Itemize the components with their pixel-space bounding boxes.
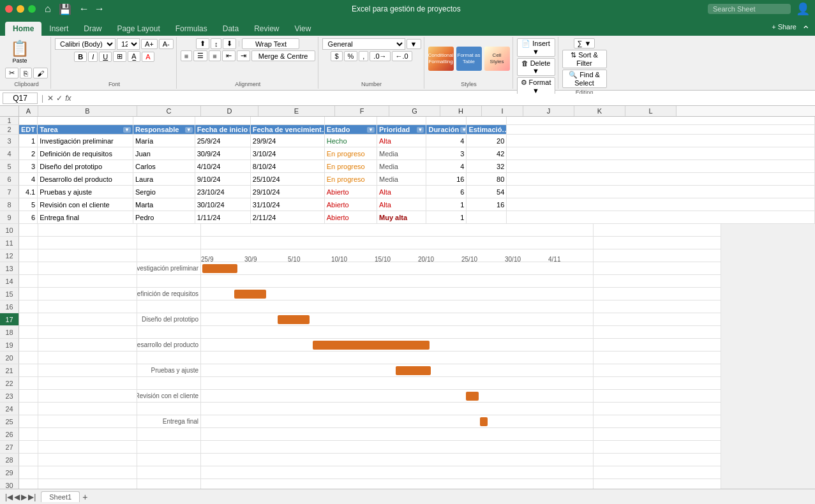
insert-btn[interactable]: 📄 Insert ▼ [517, 38, 555, 57]
col-header-j[interactable]: J [523, 106, 574, 116]
cell-duracion-5[interactable]: 4 [426, 160, 467, 173]
tab-formulas[interactable]: Formulas [168, 22, 215, 36]
cell-responsable-4[interactable]: Juan [133, 147, 195, 160]
cell-responsable-5[interactable]: Carlos [133, 160, 195, 173]
col-header-h[interactable]: H [440, 106, 482, 116]
tab-view[interactable]: View [287, 22, 319, 36]
col-header-k[interactable]: K [574, 106, 625, 116]
cell-inicio-8[interactable]: 30/10/24 [195, 198, 251, 211]
cell-header-prioridad[interactable]: Prioridad ▼ [377, 125, 426, 135]
cell-edt-7[interactable]: 4.1 [19, 186, 38, 198]
align-middle-btn[interactable]: ↕ [211, 38, 222, 49]
cell-duracion-9[interactable]: 1 [426, 211, 467, 224]
cell-c1[interactable] [133, 117, 195, 125]
font-name-selector[interactable]: Calibri (Body) [55, 38, 116, 50]
format-painter-button[interactable]: 🖌 [33, 68, 48, 78]
bold-button[interactable]: B [74, 52, 87, 62]
cell-edt-6[interactable]: 4 [19, 173, 38, 186]
cell-header-duracion[interactable]: Duración ▼ [426, 125, 467, 135]
cell-estimacion-8[interactable]: 16 [467, 198, 507, 211]
cell-duracion-8[interactable]: 1 [426, 198, 467, 211]
cell-tarea-6[interactable]: Desarrollo del producto [38, 173, 133, 186]
gantt-cell-4[interactable] [201, 364, 594, 377]
cell-estado-9[interactable]: Abierto [325, 211, 377, 224]
cell-header-responsable[interactable]: Responsable ▼ [133, 125, 195, 135]
cell-b1[interactable] [38, 117, 133, 125]
filter-duracion-btn[interactable]: ▼ [460, 127, 467, 133]
cell-rest12[interactable] [594, 249, 721, 262]
formula-input[interactable] [73, 94, 812, 103]
fill-color-button[interactable]: A̲ [128, 51, 140, 62]
nav-first-btn[interactable]: |◀ [5, 493, 13, 501]
cell-inicio-7[interactable]: 23/10/24 [195, 186, 251, 198]
col-header-b[interactable]: B [38, 106, 137, 116]
cell-header-venc[interactable]: Fecha de vencimient… ▼ [251, 125, 325, 135]
decrease-decimal-btn[interactable]: ←.0 [392, 51, 412, 61]
close-button[interactable] [5, 5, 13, 13]
cell-rest-9[interactable] [507, 211, 815, 224]
gantt-cell-5[interactable] [201, 390, 594, 403]
cell-estimacion-5[interactable]: 32 [467, 160, 507, 173]
cell-prioridad-4[interactable]: Media [377, 147, 426, 160]
cell-duracion-6[interactable]: 16 [426, 173, 467, 186]
cell-b12[interactable] [38, 249, 137, 262]
cell-tarea-7[interactable]: Pruebas y ajuste [38, 186, 133, 198]
percent-btn[interactable]: % [344, 51, 358, 61]
share-button[interactable]: + Share [772, 23, 802, 31]
cell-tarea-5[interactable]: Diseño del prototipo [38, 160, 133, 173]
cell-edt-3[interactable]: 1 [19, 135, 38, 147]
gantt-cell-0[interactable] [201, 262, 594, 275]
col-header-c[interactable]: C [137, 106, 201, 116]
tab-data[interactable]: Data [215, 22, 246, 36]
copy-button[interactable]: ⎘ [20, 68, 32, 78]
col-header-e[interactable]: E [258, 106, 335, 116]
gantt-cell-3[interactable] [201, 339, 594, 352]
number-format-selector[interactable]: General [322, 38, 405, 50]
cell-inicio-3[interactable]: 25/9/24 [195, 135, 251, 147]
cell-duracion-4[interactable]: 3 [426, 147, 467, 160]
cell-responsable-3[interactable]: María [133, 135, 195, 147]
formula-insert-icon[interactable]: fx [65, 94, 71, 103]
tab-insert[interactable]: Insert [41, 22, 76, 36]
number-format-dropdown-btn[interactable]: ▼ [407, 39, 421, 49]
cell-venc-8[interactable]: 31/10/24 [251, 198, 325, 211]
cell-g1[interactable] [377, 117, 426, 125]
maximize-button[interactable] [28, 5, 36, 13]
cell-a12[interactable] [19, 249, 38, 262]
find-select-btn[interactable]: 🔍 Find & Select [562, 70, 607, 88]
gantt-cell-2[interactable] [201, 313, 594, 326]
filter-prioridad-btn[interactable]: ▼ [417, 127, 424, 133]
cell-rest-8[interactable] [507, 198, 815, 211]
cell-i1[interactable] [467, 117, 507, 125]
cell-header-inicio[interactable]: Fecha de inicio ▼ [195, 125, 251, 135]
cell-h1[interactable] [426, 117, 467, 125]
cell-estimacion-4[interactable]: 42 [467, 147, 507, 160]
cell-c12[interactable] [137, 249, 201, 262]
wrap-text-button[interactable]: Wrap Text [242, 38, 299, 49]
cell-inicio-6[interactable]: 9/10/24 [195, 173, 251, 186]
cell-prioridad-7[interactable]: Alta [377, 186, 426, 198]
col-header-l[interactable]: L [625, 106, 677, 116]
cell-estado-6[interactable]: En progreso [325, 173, 377, 186]
cell-prioridad-9[interactable]: Muy alta [377, 211, 426, 224]
cell-edt-5[interactable]: 3 [19, 160, 38, 173]
cell-inicio-9[interactable]: 1/11/24 [195, 211, 251, 224]
cell-prioridad-8[interactable]: Alta [377, 198, 426, 211]
sum-btn[interactable]: ∑ ▼ [574, 38, 595, 48]
cell-tarea-8[interactable]: Revisión con el cliente [38, 198, 133, 211]
align-left-btn[interactable]: ≡ [181, 50, 192, 61]
cell-estimacion-6[interactable]: 80 [467, 173, 507, 186]
gantt-cell-6[interactable] [201, 415, 594, 428]
cell-responsable-7[interactable]: Sergio [133, 186, 195, 198]
col-header-d[interactable]: D [201, 106, 258, 116]
cell-estado-7[interactable]: Abierto [325, 186, 377, 198]
cell-tarea-3[interactable]: Investigación preliminar [38, 135, 133, 147]
sort-filter-btn[interactable]: ⇅ Sort & Filter [562, 50, 607, 68]
cell-responsable-6[interactable]: Laura [133, 173, 195, 186]
cell-prioridad-5[interactable]: Media [377, 160, 426, 173]
formula-cancel-icon[interactable]: ✕ [47, 94, 54, 103]
cell-estimacion-9[interactable] [467, 211, 507, 224]
cell-rest1[interactable] [507, 117, 815, 125]
minimize-button[interactable] [17, 5, 24, 13]
cell-header-estado[interactable]: Estado ▼ [325, 125, 377, 135]
